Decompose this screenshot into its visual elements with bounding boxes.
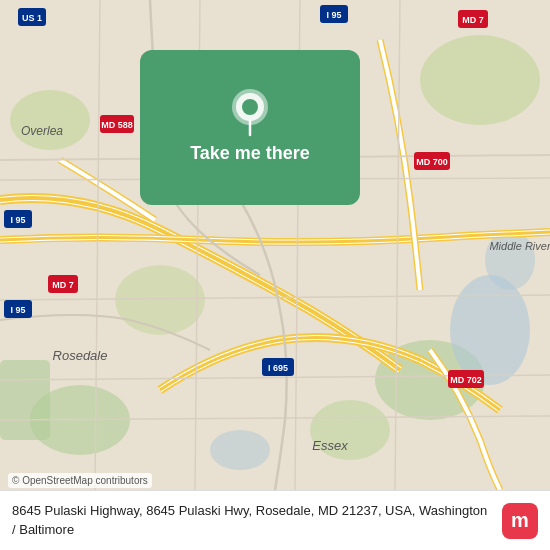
svg-text:MD 700: MD 700 bbox=[416, 157, 448, 167]
map-container: US 1 I 95 I 95 I 95 MD 588 MD 7 MD 7 MD … bbox=[0, 0, 550, 490]
info-bar: 8645 Pulaski Highway, 8645 Pulaski Hwy, … bbox=[0, 490, 550, 550]
svg-point-2 bbox=[10, 90, 90, 150]
svg-point-1 bbox=[420, 35, 540, 125]
svg-text:MD 7: MD 7 bbox=[462, 15, 484, 25]
address-text: 8645 Pulaski Highway, 8645 Pulaski Hwy, … bbox=[12, 502, 494, 538]
location-pin-icon bbox=[228, 87, 272, 131]
svg-text:Rosedale: Rosedale bbox=[53, 348, 108, 363]
svg-text:Essex: Essex bbox=[312, 438, 348, 453]
moovit-icon: m bbox=[502, 503, 538, 539]
svg-text:I 695: I 695 bbox=[268, 363, 288, 373]
svg-point-47 bbox=[242, 99, 258, 115]
take-me-there-button[interactable]: Take me there bbox=[182, 139, 318, 168]
svg-text:MD 702: MD 702 bbox=[450, 375, 482, 385]
moovit-logo: m bbox=[502, 503, 538, 539]
svg-point-6 bbox=[115, 265, 205, 335]
svg-text:I 95: I 95 bbox=[10, 215, 25, 225]
svg-rect-7 bbox=[0, 360, 50, 440]
osm-credit-text: © OpenStreetMap contributors bbox=[12, 475, 148, 486]
svg-point-9 bbox=[485, 230, 535, 290]
take-me-there-overlay[interactable]: Take me there bbox=[140, 50, 360, 205]
svg-text:I 95: I 95 bbox=[326, 10, 341, 20]
osm-credit: © OpenStreetMap contributors bbox=[8, 473, 152, 488]
svg-text:MD 7: MD 7 bbox=[52, 280, 74, 290]
svg-text:Middle River: Middle River bbox=[489, 240, 550, 252]
svg-text:Overlea: Overlea bbox=[21, 124, 63, 138]
svg-text:I 95: I 95 bbox=[10, 305, 25, 315]
svg-point-8 bbox=[450, 275, 530, 385]
svg-text:MD 588: MD 588 bbox=[101, 120, 133, 130]
svg-point-10 bbox=[210, 430, 270, 470]
svg-text:US 1: US 1 bbox=[22, 13, 42, 23]
